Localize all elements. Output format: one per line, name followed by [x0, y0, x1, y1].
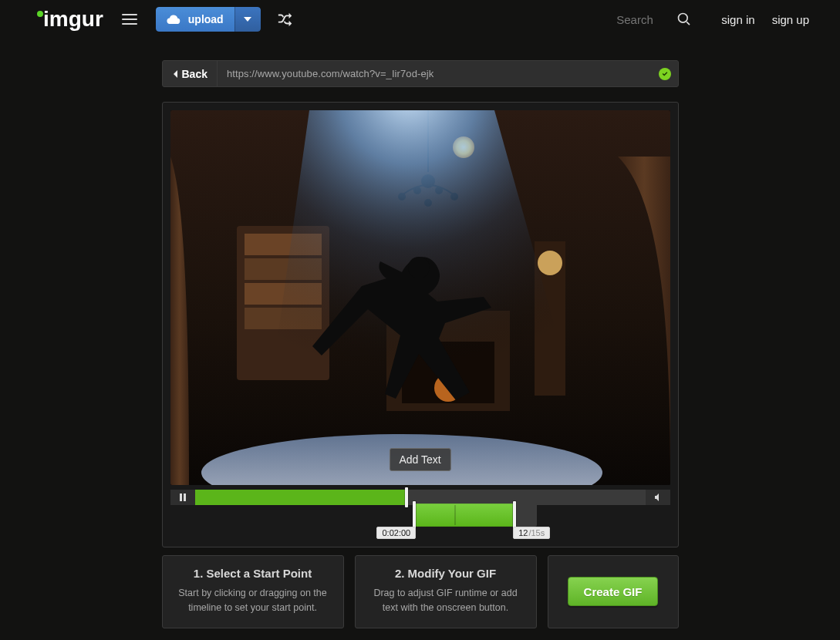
- chevron-left-icon: [172, 69, 178, 79]
- topbar: imgur upload sign in sign up: [0, 0, 840, 39]
- player-controls: [170, 490, 670, 505]
- upload-button[interactable]: upload: [156, 7, 261, 32]
- step-card-2: 2. Modify Your GIF Drag to adjust GIF ru…: [355, 555, 537, 628]
- range-grip-icon: [454, 505, 456, 525]
- svg-rect-22: [180, 493, 182, 501]
- cta-card: Create GIF: [548, 555, 679, 628]
- progress-filled: [195, 490, 407, 505]
- video-preview[interactable]: [170, 110, 670, 485]
- svg-point-10: [538, 251, 562, 275]
- end-suffix: /15s: [528, 528, 545, 537]
- add-text-button[interactable]: Add Text: [389, 448, 450, 471]
- upload-caret[interactable]: [234, 7, 261, 32]
- url-input[interactable]: https://www.youtube.com/watch?v=_Iir7od-…: [218, 61, 652, 86]
- logo-text: imgur: [43, 8, 103, 30]
- create-gif-button[interactable]: Create GIF: [568, 577, 659, 606]
- svg-point-21: [408, 257, 430, 278]
- search-icon: [676, 12, 692, 27]
- start-time-chip: 0:02:00: [376, 527, 416, 539]
- end-time-chip: 12 /15s: [513, 527, 550, 539]
- url-status: [652, 68, 678, 80]
- selection-row: 0:02:00 12 /15s: [170, 504, 670, 536]
- range-end-handle[interactable]: [513, 501, 516, 529]
- pause-button[interactable]: [170, 490, 195, 505]
- check-badge-icon: [659, 68, 671, 80]
- step1-desc: Start by clicking or dragging on the tim…: [174, 586, 332, 615]
- logo[interactable]: imgur: [37, 8, 103, 30]
- selection-overflow: [514, 504, 537, 527]
- url-row: Back https://www.youtube.com/watch?v=_Ii…: [162, 60, 679, 87]
- upload-label: upload: [188, 13, 224, 25]
- upload-main[interactable]: upload: [156, 7, 234, 32]
- sign-up-link[interactable]: sign up: [772, 13, 809, 26]
- video-wrap: Add Text: [170, 110, 670, 485]
- back-label: Back: [182, 68, 207, 80]
- auth-links: sign in sign up: [721, 13, 809, 26]
- step-card-1: 1. Select a Start Point Start by clickin…: [162, 555, 344, 628]
- back-button[interactable]: Back: [163, 61, 218, 86]
- logo-dot: [37, 11, 43, 17]
- cloud-upload-icon: [167, 14, 180, 25]
- pause-icon: [178, 493, 187, 502]
- editor-panel: Add Text: [162, 102, 679, 547]
- volume-icon: [653, 493, 663, 502]
- page: Back https://www.youtube.com/watch?v=_Ii…: [81, 60, 760, 638]
- search[interactable]: [615, 12, 692, 27]
- search-input[interactable]: [615, 12, 669, 27]
- step1-title: 1. Select a Start Point: [174, 567, 332, 580]
- svg-rect-23: [184, 493, 186, 501]
- menu-icon[interactable]: [117, 9, 142, 29]
- volume-button[interactable]: [646, 490, 670, 505]
- chevron-down-icon: [243, 15, 252, 24]
- range-start-handle[interactable]: [413, 501, 416, 529]
- sign-in-link[interactable]: sign in: [721, 13, 754, 26]
- end-value: 12: [518, 528, 528, 537]
- selection-range[interactable]: [414, 504, 514, 527]
- steps-row: 1. Select a Start Point Start by clickin…: [162, 555, 679, 628]
- progress-track[interactable]: [195, 490, 646, 505]
- shuffle-icon[interactable]: [275, 8, 296, 30]
- step2-title: 2. Modify Your GIF: [366, 567, 525, 580]
- step2-desc: Drag to adjust GIF runtime or add text w…: [366, 586, 525, 615]
